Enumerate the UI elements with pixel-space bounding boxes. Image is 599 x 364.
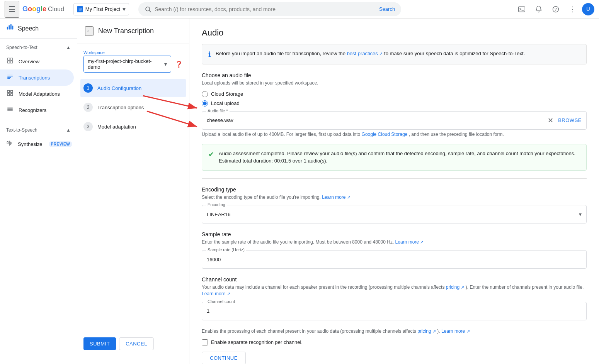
- model-adaptations-icon: [6, 90, 14, 98]
- sidebar: Speech Speech-to-Text ▲ Overview: [0, 19, 77, 364]
- svg-rect-26: [7, 142, 8, 144]
- workspace-help-icon[interactable]: ❓: [175, 61, 183, 68]
- channel-pricing-link[interactable]: pricing ↗: [446, 284, 466, 290]
- radio-cloud-storage[interactable]: Cloud Storage: [202, 91, 587, 97]
- search-bar: Search: [138, 2, 401, 16]
- channel-learn-more-link[interactable]: Learn more ↗: [202, 291, 230, 296]
- sidebar-item-model-adaptations-label: Model Adaptations: [19, 91, 60, 97]
- sample-rate-input[interactable]: [207, 257, 582, 262]
- channel-count-label: Channel count: [202, 276, 587, 283]
- wizard-title: New Transcription: [98, 27, 154, 35]
- step-2-circle: 2: [83, 103, 93, 112]
- sidebar-app-header: Speech: [0, 19, 77, 39]
- channel-per-pricing-link[interactable]: pricing ↗: [417, 328, 437, 334]
- google-cloud-logo: Google Cloud: [22, 5, 64, 13]
- channel-per-learn-more-link[interactable]: Learn more ↗: [441, 328, 470, 334]
- terminal-icon-btn[interactable]: [514, 2, 529, 17]
- preview-badge: PREVIEW: [49, 141, 73, 147]
- sample-rate-field-label: Sample rate (Hertz): [206, 247, 246, 252]
- workspace-dropdown-icon: ▾: [164, 61, 167, 67]
- divider-1: [202, 178, 587, 179]
- svg-rect-9: [12, 25, 14, 29]
- svg-rect-21: [11, 94, 13, 96]
- encoding-field: Encoding LINEAR16 FLAC MULAW AMR AMR_WB …: [202, 205, 587, 223]
- audio-file-input[interactable]: [207, 117, 543, 123]
- svg-line-1: [150, 10, 151, 12]
- wizard-actions: SUBMIT CANCEL: [77, 331, 189, 356]
- wizard-step-2[interactable]: 2 Transcription options: [80, 98, 186, 117]
- channel-checkbox-row: Enable separate recognition per channel.: [202, 339, 587, 345]
- submit-button[interactable]: SUBMIT: [83, 337, 116, 350]
- sample-rate-learn-more-link[interactable]: Learn more ↗: [395, 239, 424, 245]
- success-text: Audio assessment completed. Please revie…: [219, 150, 580, 165]
- encoding-learn-more-link[interactable]: Learn more ↗: [322, 195, 351, 200]
- best-practices-link[interactable]: best practices ↗: [347, 51, 384, 56]
- radio-cloud-storage-input[interactable]: [202, 91, 208, 97]
- main-layout: Speech Speech-to-Text ▲ Overview: [0, 19, 599, 364]
- terminal-icon: [518, 5, 526, 13]
- notifications-icon-btn[interactable]: [531, 2, 546, 17]
- transcriptions-icon: [6, 73, 14, 82]
- wizard-steps: 1 Audio Configuration 2 Transcription op…: [77, 79, 189, 137]
- wizard-sidebar: ← New Transcription Workspace my-first-p…: [77, 19, 189, 364]
- cancel-button[interactable]: CANCEL: [119, 337, 154, 350]
- encoding-type-label: Encoding type: [202, 186, 587, 193]
- step-3-circle: 3: [83, 122, 93, 131]
- sidebar-item-synthesize[interactable]: Synthesize PREVIEW: [0, 136, 74, 152]
- top-nav: ☰ Google Cloud ⊞ My First Project ▾ Sear…: [0, 0, 599, 19]
- encoding-select[interactable]: LINEAR16 FLAC MULAW AMR AMR_WB OGG_OPUS: [207, 212, 582, 217]
- bell-icon: [535, 5, 543, 13]
- wizard-back-button[interactable]: ←: [85, 26, 94, 36]
- sidebar-tts-header[interactable]: Text-to-Speech ▲: [0, 124, 77, 136]
- sidebar-stt-section: Speech-to-Text ▲ Overview: [0, 39, 77, 121]
- overview-icon: [6, 57, 14, 66]
- continue-button[interactable]: CONTINUE: [202, 352, 246, 364]
- project-name: My First Project: [85, 6, 120, 12]
- workspace-label: Workspace: [83, 50, 183, 55]
- file-hint: Upload a local audio file of up to 400MB…: [202, 131, 587, 138]
- step-2-label: Transcription options: [97, 105, 144, 110]
- wizard-header: ← New Transcription: [77, 26, 189, 44]
- channel-count-hint: Your audio data may include a channel fo…: [202, 284, 587, 297]
- sidebar-stt-header[interactable]: Speech-to-Text ▲: [0, 42, 77, 53]
- audio-file-float-label: Audio file *: [206, 108, 230, 113]
- sidebar-item-overview[interactable]: Overview: [0, 53, 74, 69]
- nav-icons: ? ⋮ U: [514, 2, 594, 17]
- svg-rect-2: [519, 7, 525, 12]
- workspace-select[interactable]: my-first-project-chirp-bucket-demo ▾: [83, 56, 171, 73]
- channel-per-hint: Enables the processing of each channel p…: [202, 328, 587, 335]
- wizard-step-1[interactable]: 1 Audio Configuration: [80, 79, 186, 97]
- search-input[interactable]: [155, 6, 376, 12]
- search-icon: [145, 6, 151, 13]
- svg-rect-13: [10, 61, 13, 63]
- avatar[interactable]: U: [582, 3, 594, 15]
- project-icon: ⊞: [77, 6, 83, 12]
- channel-count-input[interactable]: [207, 308, 582, 314]
- more-icon-btn[interactable]: ⋮: [565, 2, 580, 17]
- choose-audio-label: Choose an audio file: [202, 72, 587, 78]
- sidebar-item-model-adaptations[interactable]: Model Adaptations: [0, 86, 74, 102]
- radio-local-upload-input[interactable]: [202, 100, 208, 107]
- gcs-link[interactable]: Google Cloud Storage: [362, 132, 409, 137]
- sidebar-item-recognizers[interactable]: Recognizers: [0, 102, 74, 118]
- audio-section-title: Audio: [202, 28, 587, 38]
- sidebar-tts-section: Text-to-Speech ▲ Synthesize PREVIEW: [0, 121, 77, 155]
- hamburger-menu[interactable]: ☰: [5, 1, 19, 18]
- svg-rect-6: [7, 27, 8, 29]
- radio-local-upload[interactable]: Local upload: [202, 100, 587, 107]
- help-icon-btn[interactable]: ?: [548, 2, 563, 17]
- sidebar-item-overview-label: Overview: [19, 59, 39, 64]
- audio-clear-button[interactable]: ✕: [546, 115, 555, 126]
- wizard-step-3[interactable]: 3 Model adaptation: [80, 117, 186, 136]
- svg-rect-7: [9, 25, 10, 30]
- search-button[interactable]: Search: [379, 6, 395, 12]
- project-selector[interactable]: ⊞ My First Project ▾: [73, 3, 129, 15]
- separate-channel-checkbox[interactable]: [202, 339, 208, 345]
- svg-rect-20: [7, 94, 9, 96]
- sidebar-item-transcriptions[interactable]: Transcriptions: [0, 69, 74, 86]
- svg-rect-8: [10, 24, 12, 30]
- success-box: ✔ Audio assessment completed. Please rev…: [202, 144, 587, 171]
- info-box: ℹ Before you import an audio file for tr…: [202, 44, 587, 64]
- browse-button[interactable]: BROWSE: [558, 117, 582, 123]
- svg-rect-11: [10, 58, 13, 60]
